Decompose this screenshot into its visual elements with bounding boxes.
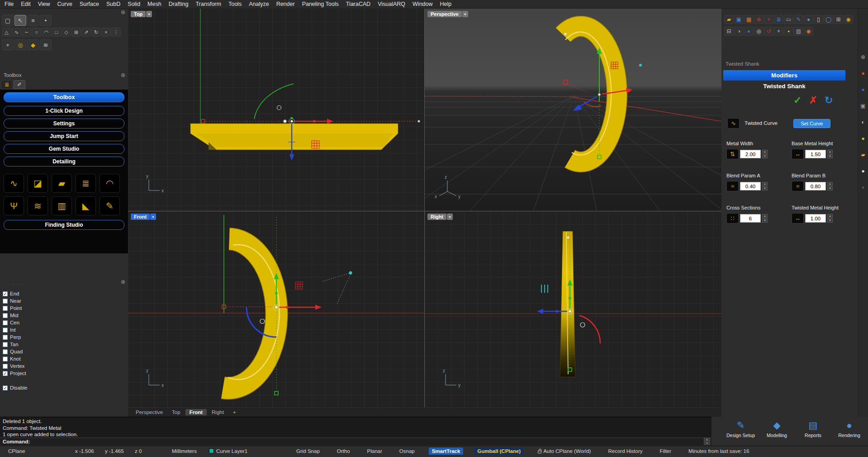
tools-tab-icon[interactable]: ✐ — [14, 80, 25, 89]
param-spinner[interactable] — [827, 150, 833, 158]
toolbox-button[interactable]: Detailing — [4, 157, 124, 167]
twisted-shank-ring[interactable] — [563, 26, 617, 162]
curve-ring-icon[interactable]: ∿ — [4, 174, 24, 193]
prong-ring-icon[interactable]: Ψ — [4, 196, 24, 215]
menu-item[interactable]: Surface — [76, 1, 103, 7]
surface-tool-icon[interactable]: ⊞ — [71, 28, 81, 37]
osnap-row[interactable]: Int — [0, 326, 128, 333]
osnap-checkbox[interactable] — [3, 313, 8, 318]
save-file-icon[interactable]: ▣ — [734, 15, 744, 24]
menu-item[interactable]: Render — [273, 1, 299, 7]
right-viewport-canvas[interactable]: zy — [425, 211, 721, 407]
viewport-top-chevron-icon[interactable] — [146, 11, 152, 17]
printer-icon[interactable]: ▭ — [784, 15, 793, 24]
param-spinner[interactable] — [762, 150, 768, 158]
osnap-checkbox[interactable] — [3, 335, 8, 340]
osnap-drag-handle[interactable] — [4, 279, 23, 287]
command-prompt[interactable]: Command: ▲ ▼ — [0, 438, 711, 445]
polygon-tool-icon[interactable]: ◇ — [62, 28, 71, 37]
control-curve-tool-icon[interactable]: ∿ — [12, 28, 21, 37]
status-pane[interactable]: Osnap — [396, 447, 418, 455]
cplane-pane[interactable]: CPlane — [8, 448, 25, 454]
finding-studio-button[interactable]: Finding Studio — [4, 220, 124, 230]
menu-item[interactable]: Analyze — [245, 1, 272, 7]
shaded-view-icon[interactable]: ◑ — [734, 27, 744, 36]
contrast-icon[interactable]: ◐ — [861, 119, 864, 125]
toolbox-gear-icon[interactable]: ⊛ — [121, 72, 125, 78]
viewport-tab[interactable]: + — [229, 409, 240, 415]
viewport-right[interactable]: Right — [425, 211, 721, 407]
status-pane[interactable]: SmartTrack — [429, 447, 464, 455]
panel-box-icon[interactable]: ▣ — [860, 103, 865, 109]
osnap-checkbox[interactable] — [3, 328, 8, 333]
osnap-checkbox[interactable] — [3, 291, 8, 296]
pen-icon[interactable]: ✎ — [794, 15, 803, 24]
circle-tool-icon[interactable]: ○ — [32, 28, 41, 37]
front-viewport-canvas[interactable]: zx — [128, 211, 424, 407]
param-input[interactable]: 0.80 — [805, 182, 826, 190]
panel-gear-icon[interactable]: ⊛ — [861, 54, 865, 60]
menu-item[interactable]: Drafting — [165, 1, 192, 7]
ring-band-top-view[interactable] — [190, 124, 398, 150]
viewport-perspective[interactable]: Perspective — [425, 9, 721, 211]
osnap-row[interactable]: End — [0, 290, 128, 297]
top-viewport-canvas[interactable]: yx — [128, 9, 424, 211]
twisted-shank-ring[interactable] — [223, 239, 280, 388]
material-chip-icon[interactable]: ▪ — [784, 27, 793, 36]
multi-band-icon[interactable]: ≣ — [76, 174, 96, 193]
osnap-checkbox[interactable] — [3, 349, 8, 354]
param-spinner[interactable] — [827, 214, 833, 223]
table-grid-icon[interactable]: ⊟ — [724, 27, 734, 36]
menu-item[interactable]: VisualARQ — [374, 1, 409, 7]
notes-icon[interactable]: ▯ — [814, 15, 823, 24]
osnap-checkbox[interactable] — [3, 364, 8, 369]
layers-tab-icon[interactable]: ≣ — [1, 80, 13, 89]
render-sphere-icon[interactable]: ● — [744, 27, 754, 36]
osnap-checkbox[interactable] — [3, 371, 8, 376]
viewport-tab[interactable]: Perspective — [132, 409, 167, 415]
viewport-front-chevron-icon[interactable] — [150, 214, 156, 220]
menu-item[interactable]: Transform — [192, 1, 225, 7]
osnap-checkbox[interactable] — [3, 299, 8, 304]
lasso-icon[interactable]: ↺ — [764, 27, 773, 36]
target-cross-icon[interactable]: ⊕ — [754, 15, 764, 24]
menu-item[interactable]: Edit — [17, 1, 34, 7]
rendering-button[interactable]: ● Rendering — [833, 419, 866, 445]
toolbox-button[interactable]: Jump Start — [4, 131, 124, 141]
menu-item[interactable]: TiaraCAD — [342, 1, 374, 7]
menu-item[interactable]: Mesh — [144, 1, 165, 7]
refresh-icon[interactable]: ↻ — [825, 95, 833, 106]
osnap-row[interactable]: Quad — [0, 348, 128, 355]
status-pane[interactable]: Grid Snap — [293, 447, 323, 455]
library-folder-icon[interactable]: ▰ — [861, 152, 865, 158]
point-tool-icon[interactable]: • — [40, 15, 52, 26]
osnap-row[interactable]: Mid — [0, 312, 128, 319]
status-pane[interactable]: Record History — [605, 447, 645, 455]
osnap-row[interactable]: Knot — [0, 355, 128, 362]
move-tool-icon[interactable]: + — [2, 39, 14, 50]
status-pane[interactable]: Filter — [657, 447, 675, 455]
zoom-icon[interactable]: ◎ — [754, 27, 764, 36]
menu-item[interactable]: View — [34, 1, 54, 7]
viewport-top-label[interactable]: Top — [131, 11, 146, 17]
cancel-icon[interactable]: ✗ — [809, 95, 817, 106]
collapse-icon[interactable]: › — [862, 184, 864, 190]
trim-tool-icon[interactable]: × — [101, 28, 111, 37]
units-pane[interactable]: Millimeters — [172, 448, 197, 454]
osnap-row[interactable]: Tan — [0, 341, 128, 348]
revolve-tool-icon[interactable]: ↻ — [91, 28, 101, 37]
menu-item[interactable]: Paneling Tools — [299, 1, 342, 7]
pan-icon[interactable]: + — [774, 27, 783, 36]
palette-icon[interactable]: ◉ — [844, 15, 853, 24]
menu-item[interactable]: SubD — [103, 1, 124, 7]
wave-band-icon[interactable]: ≋ — [28, 196, 48, 215]
freeform-curve-tool-icon[interactable]: ∼ — [22, 28, 31, 37]
osnap-checkbox[interactable] — [3, 357, 8, 362]
osnap-checkbox[interactable] — [3, 306, 8, 311]
viewport-perspective-chevron-icon[interactable] — [462, 11, 468, 17]
layer-pane[interactable]: Curve Layer1 — [209, 448, 247, 454]
smarttrack-signal-icon[interactable]: ≋ — [40, 39, 52, 50]
gradient-chip-icon[interactable]: ▨ — [794, 27, 803, 36]
orient-tool-icon[interactable]: ◎ — [14, 39, 26, 50]
menu-item[interactable]: File — [1, 1, 17, 7]
